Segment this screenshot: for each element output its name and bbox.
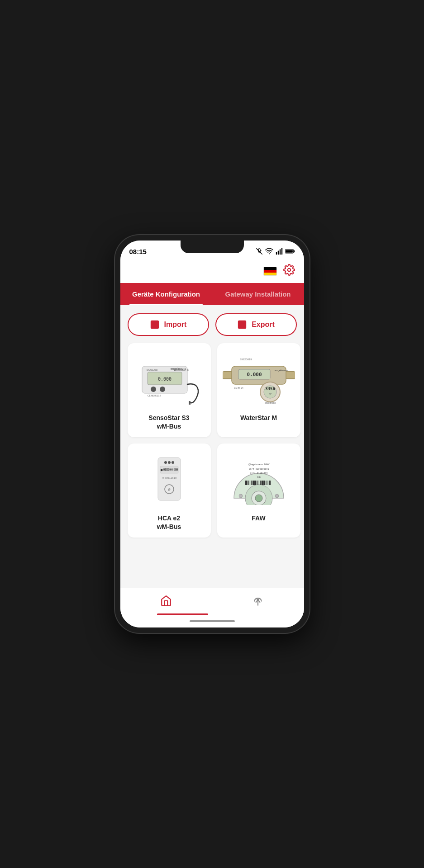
import-icon: [150, 320, 160, 330]
antenna-icon: [252, 595, 264, 607]
tab-gateway-installation[interactable]: Gateway Installation: [212, 283, 304, 305]
svg-rect-5: [281, 248, 282, 255]
faw-name: FAW: [252, 514, 265, 523]
svg-rect-63: [254, 481, 255, 485]
svg-rect-69: [261, 481, 262, 485]
faw-image-area: @ngelmann FAW snr# 4100000001 snr: 54501…: [223, 451, 295, 509]
settings-button[interactable]: [283, 264, 295, 278]
notch: [181, 241, 244, 253]
svg-rect-61: [252, 481, 252, 485]
svg-point-1: [268, 253, 269, 254]
svg-rect-55: [245, 481, 246, 485]
phone-frame: 08:15: [115, 235, 310, 633]
svg-text:m³: m³: [269, 392, 272, 395]
gear-icon: [283, 264, 295, 276]
svg-rect-57: [248, 481, 248, 485]
svg-text:@ngelmann FAW: @ngelmann FAW: [248, 463, 269, 466]
svg-text:CE IM 24: CE IM 24: [234, 387, 243, 389]
svg-rect-71: [263, 481, 264, 485]
svg-rect-56: [246, 481, 247, 485]
tab-geraete-konfiguration[interactable]: Geräte Konfiguration: [120, 283, 212, 305]
svg-rect-3: [277, 250, 278, 255]
svg-text:64251258: 64251258: [147, 368, 157, 371]
svg-rect-74: [267, 481, 267, 485]
action-row: Import Export: [128, 313, 297, 336]
nav-home[interactable]: [120, 595, 212, 609]
status-time: 08:15: [129, 248, 147, 255]
waterstar-device-image: 0.000 engelmann 3456 m³ CE IM 24: [223, 355, 295, 405]
svg-point-50: [275, 494, 279, 498]
svg-point-40: [172, 461, 174, 464]
svg-text:0.000: 0.000: [247, 372, 262, 377]
waterstar-name: WaterStar M: [240, 414, 277, 422]
nav-antenna[interactable]: [212, 595, 304, 609]
svg-rect-76: [269, 481, 270, 485]
svg-point-15: [151, 387, 156, 392]
svg-rect-8: [286, 250, 293, 253]
wifi-icon: [265, 248, 273, 255]
device-card-waterstar[interactable]: 0.000 engelmann 3456 m³ CE IM 24: [217, 343, 300, 437]
svg-text:CE M180102: CE M180102: [148, 394, 161, 397]
svg-point-9: [287, 269, 291, 272]
device-card-faw[interactable]: @ngelmann FAW snr# 4100000001 snr: 54501…: [217, 443, 300, 538]
svg-rect-7: [293, 250, 294, 253]
home-bar: [120, 615, 304, 627]
svg-text:engelmann: engelmann: [275, 369, 288, 372]
svg-text:snr# 4100000001: snr# 4100000001: [248, 467, 269, 470]
svg-text:●0000000: ●0000000: [160, 468, 178, 472]
phone-screen: 08:15: [120, 241, 304, 627]
svg-point-49: [239, 494, 243, 498]
svg-point-79: [257, 599, 258, 600]
svg-rect-20: [189, 401, 191, 405]
svg-text:R 60511610: R 60511610: [162, 476, 176, 479]
import-button[interactable]: Import: [128, 313, 209, 336]
svg-text:engelmann: engelmann: [264, 401, 276, 404]
svg-text:CE: CE: [257, 476, 260, 478]
tab-bar: Geräte Konfiguration Gateway Installatio…: [120, 283, 304, 305]
svg-text:0.000: 0.000: [157, 377, 171, 382]
svg-rect-64: [255, 481, 256, 485]
export-icon: [237, 320, 247, 330]
status-icons: [256, 248, 295, 255]
top-bar: [120, 259, 304, 283]
app-content: Geräte Konfiguration Gateway Installatio…: [120, 259, 304, 627]
svg-text:SensoStar E: SensoStar E: [174, 368, 189, 371]
home-bar-line: [190, 620, 235, 622]
svg-rect-67: [259, 481, 259, 485]
battery-icon: [285, 248, 295, 255]
svg-text:39920019: 39920019: [240, 358, 252, 361]
svg-point-48: [255, 495, 262, 502]
flag-gold: [264, 273, 276, 275]
hca-name: HCA e2 wM-Bus: [157, 514, 181, 531]
svg-rect-68: [260, 481, 261, 485]
device-grid: 0.000 engelmann 64251258 SensoStar E: [128, 343, 297, 538]
svg-rect-66: [257, 481, 258, 485]
sensostar-name: SensoStar S3 wM-Bus: [148, 414, 189, 431]
svg-text:e: e: [168, 487, 171, 492]
sensostar-device-image: 0.000 engelmann 64251258 SensoStar E: [133, 355, 205, 405]
faw-device-image: @ngelmann FAW snr# 4100000001 snr: 54501…: [223, 455, 295, 505]
signal-icon: [276, 248, 283, 255]
svg-rect-60: [251, 481, 252, 485]
bottom-nav: [120, 588, 304, 615]
waterstar-image-area: 0.000 engelmann 3456 m³ CE IM 24: [223, 350, 295, 409]
svg-rect-75: [268, 481, 268, 485]
device-card-sensostar[interactable]: 0.000 engelmann 64251258 SensoStar E: [128, 343, 211, 437]
flag-de[interactable]: [263, 267, 277, 276]
main-area: Import Export: [120, 305, 304, 588]
svg-rect-4: [279, 249, 280, 255]
home-icon: [160, 595, 172, 607]
hca-image-area: ●0000000 R 60511610 e: [133, 451, 205, 509]
svg-rect-65: [257, 481, 257, 485]
svg-rect-70: [262, 481, 263, 485]
svg-rect-73: [266, 481, 266, 485]
svg-rect-2: [276, 252, 276, 255]
device-card-hca[interactable]: ●0000000 R 60511610 e HCA e2 wM-Bus: [128, 443, 211, 538]
svg-rect-59: [250, 481, 250, 485]
bottom-nav-indicator: [157, 613, 209, 615]
svg-rect-77: [270, 481, 271, 485]
svg-point-39: [168, 461, 171, 464]
export-button[interactable]: Export: [215, 313, 297, 336]
svg-rect-58: [248, 481, 249, 485]
svg-text:snr: 54501499: snr: 54501499: [250, 472, 267, 474]
